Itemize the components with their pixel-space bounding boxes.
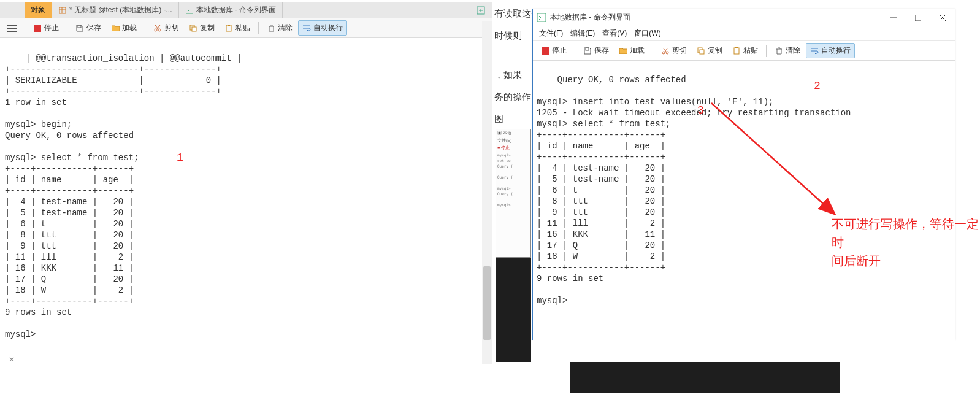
menu-window[interactable]: 窗口(W) — [634, 28, 660, 39]
wrap-icon — [810, 47, 819, 55]
maximize-button[interactable] — [906, 9, 930, 26]
mini-title: ▣ 本地 — [496, 129, 530, 137]
btn-label: 清除 — [786, 45, 800, 56]
stop-icon — [33, 24, 42, 33]
svg-rect-22 — [915, 15, 921, 21]
console-output: | @@transaction_isolation | @@autocommit… — [5, 53, 242, 339]
tab-object[interactable]: 对象 — [25, 2, 52, 18]
close-x-icon[interactable]: ✕ — [9, 355, 15, 364]
svg-rect-19 — [228, 25, 230, 26]
right-toolbar: 停止 保存 加载 剪切 复制 粘贴 清除 自动换 — [533, 41, 955, 61]
load-button[interactable]: 加载 — [107, 20, 141, 36]
left-toolbar: 停止 保存 加载 剪切 复制 粘贴 清除 自动换 — [0, 18, 492, 38]
btn-label: 粘贴 — [235, 23, 250, 33]
left-scrollbar[interactable] — [482, 21, 492, 364]
svg-rect-10 — [34, 25, 41, 32]
copy-icon — [697, 47, 705, 55]
svg-rect-20 — [537, 13, 546, 22]
menu-edit[interactable]: 编辑(E) — [570, 28, 595, 39]
load-button[interactable]: 加载 — [614, 43, 649, 58]
wrap-button[interactable]: 自动换行 — [806, 43, 855, 58]
paste-button[interactable]: 粘贴 — [728, 43, 762, 58]
stop-icon — [541, 47, 549, 55]
cut-button[interactable]: 剪切 — [149, 20, 183, 36]
separator — [145, 22, 145, 34]
stop-button[interactable]: 停止 — [537, 43, 571, 58]
svg-rect-0 — [59, 7, 66, 13]
btn-label: 保存 — [594, 45, 609, 56]
tab-bar: 对象 * 无标题 @test (本地数据库) -... 本地数据库 - 命令列界… — [0, 2, 492, 18]
close-button[interactable] — [930, 9, 955, 26]
menu-view[interactable]: 查看(V) — [602, 28, 627, 39]
minimize-button[interactable] — [881, 9, 906, 26]
menu-icon[interactable] — [4, 25, 21, 32]
separator — [653, 45, 653, 57]
btn-label: 复制 — [200, 23, 215, 33]
folder-icon — [111, 24, 120, 33]
tab-label: * 无标题 @test (本地数据库) -... — [69, 5, 172, 15]
folder-icon — [619, 47, 627, 55]
thumbnail-window[interactable]: ▣ 本地 文件(E) ■ 停止 mysql> set se Query ( Qu… — [496, 129, 531, 258]
copy-button[interactable]: 复制 — [692, 43, 727, 58]
separator — [575, 45, 575, 57]
annotation-3: 3 — [697, 105, 704, 116]
wrap-icon — [302, 24, 311, 33]
btn-label: 剪切 — [672, 45, 687, 56]
save-icon — [75, 24, 84, 33]
annotation-line: 不可进行写操作，等待一定时 — [832, 215, 980, 252]
svg-rect-34 — [735, 47, 738, 48]
separator — [67, 22, 67, 34]
btn-label: 保存 — [86, 23, 101, 33]
window-title: 本地数据库 - 命令列界面 — [550, 12, 630, 23]
cut-button[interactable]: 剪切 — [657, 43, 691, 58]
paste-button[interactable]: 粘贴 — [220, 20, 255, 36]
svg-rect-33 — [734, 48, 739, 54]
trash-icon — [267, 24, 275, 33]
dark-background-strip — [496, 258, 531, 362]
new-tab-button[interactable] — [473, 2, 488, 18]
btn-label: 复制 — [708, 45, 722, 56]
copy-icon — [189, 24, 197, 33]
btn-label: 停止 — [552, 45, 567, 56]
separator — [25, 22, 25, 34]
wrap-button[interactable]: 自动换行 — [298, 20, 347, 36]
save-icon — [583, 47, 592, 55]
menu-file[interactable]: 文件(F) — [539, 28, 563, 39]
save-button[interactable]: 保存 — [71, 20, 105, 36]
svg-rect-18 — [226, 25, 231, 31]
btn-label: 自动换行 — [313, 23, 343, 33]
mini-stop: ■ 停止 — [496, 144, 530, 152]
separator — [258, 22, 259, 34]
svg-rect-32 — [700, 50, 704, 54]
mini-console: mysql> set se Query ( Query ( mysql> Que… — [496, 152, 530, 208]
tab-label: 本地数据库 - 命令列界面 — [196, 5, 277, 15]
save-button[interactable]: 保存 — [579, 43, 613, 58]
tab-label: 对象 — [31, 5, 45, 15]
right-window: 本地数据库 - 命令列界面 文件(F) 编辑(E) 查看(V) 窗口(W) 停止… — [532, 9, 955, 340]
table-icon — [58, 6, 67, 15]
separator — [766, 45, 767, 57]
left-console[interactable]: | @@transaction_isolation | @@autocommit… — [0, 38, 492, 382]
btn-label: 自动换行 — [821, 45, 851, 56]
btn-label: 加载 — [122, 23, 137, 33]
terminal-icon — [185, 6, 194, 15]
titlebar[interactable]: 本地数据库 - 命令列界面 — [533, 9, 955, 26]
terminal-icon — [537, 13, 546, 23]
menubar: 文件(F) 编辑(E) 查看(V) 窗口(W) — [533, 26, 955, 41]
annotation-2: 2 — [814, 80, 821, 91]
svg-rect-11 — [78, 25, 81, 28]
btn-label: 清除 — [278, 23, 293, 33]
btn-label: 加载 — [630, 45, 645, 56]
trash-icon — [775, 47, 783, 55]
console-output: Query OK, 0 rows affected mysql> insert … — [537, 75, 851, 306]
tab-untitled-query[interactable]: * 无标题 @test (本地数据库) -... — [52, 2, 179, 18]
scrollbar-thumb[interactable] — [483, 266, 491, 340]
copy-button[interactable]: 复制 — [185, 20, 219, 36]
right-console[interactable]: Query OK, 0 rows affected mysql> insert … — [533, 61, 955, 342]
btn-label: 剪切 — [164, 23, 179, 33]
paste-icon — [732, 47, 741, 55]
tab-cli[interactable]: 本地数据库 - 命令列界面 — [179, 2, 283, 18]
clear-button[interactable]: 清除 — [262, 20, 297, 36]
clear-button[interactable]: 清除 — [770, 43, 805, 58]
stop-button[interactable]: 停止 — [29, 20, 63, 36]
